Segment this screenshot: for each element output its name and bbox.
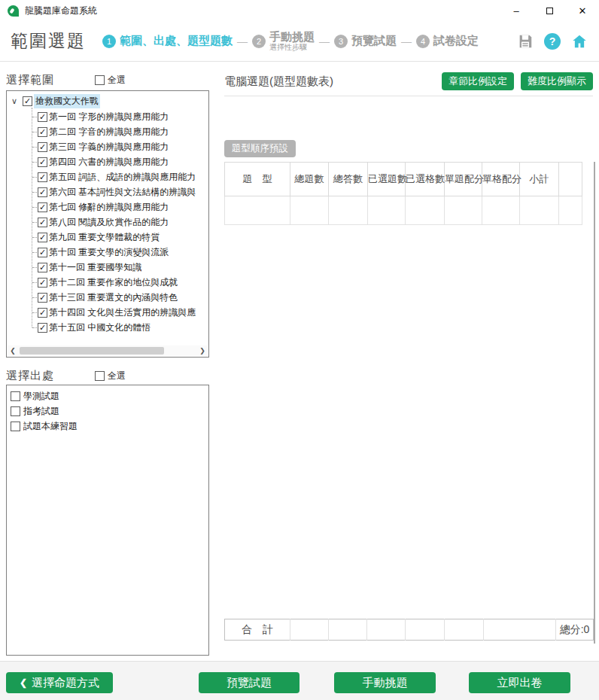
tree-item-checkbox[interactable]: ✓: [38, 233, 47, 242]
table-empty-cell: [559, 196, 582, 225]
source-select-all-label: 全選: [108, 370, 126, 382]
tree-item-label: 第七回 修辭的辨識與應用能力: [49, 201, 169, 214]
tree-root-item[interactable]: ∨ ✓ 搶救國文大作戰: [7, 93, 208, 109]
tree-item-checkbox[interactable]: ✓: [38, 157, 47, 167]
maximize-button[interactable]: [533, 0, 566, 21]
step-2-manual-pick[interactable]: 2 手動挑題 選擇性步驟: [252, 31, 315, 52]
table-header-cell: 單題配分: [445, 163, 482, 196]
tree-connector: [32, 297, 37, 298]
tree-item[interactable]: ✓第四回 六書的辨識與應用能力: [7, 154, 208, 169]
step-separator: —: [319, 35, 330, 47]
page-title: 範圍選題: [11, 29, 86, 53]
table-header-cell: 已選格數: [406, 163, 445, 196]
step-4-paper-settings[interactable]: 4 試卷設定: [416, 34, 479, 48]
horizontal-scrollbar[interactable]: ❮ ❯: [8, 345, 208, 356]
range-section-title: 選擇範圍: [6, 73, 95, 87]
tree-item[interactable]: ✓第七回 修辭的辨識與應用能力: [7, 199, 208, 215]
source-item[interactable]: 試題本練習題: [11, 418, 205, 434]
tree-item[interactable]: ✓第二回 字音的辨識與應用能力: [7, 124, 208, 139]
back-chevron-icon: ❮: [20, 677, 27, 688]
tree-root-label: 搶救國文大作戰: [34, 94, 100, 108]
preview-questions-button[interactable]: 預覽試題: [199, 672, 300, 693]
tree-connector: [32, 237, 37, 238]
tree-connector: [32, 192, 37, 193]
close-button[interactable]: ✕: [566, 0, 599, 21]
source-item-checkbox[interactable]: [11, 391, 20, 401]
step-1-label: 範圍、出處、題型題數: [120, 34, 233, 48]
tree-item-checkbox[interactable]: ✓: [38, 248, 47, 257]
tree-item[interactable]: ✓第六回 基本詞性與文法結構的辨識與: [7, 184, 208, 199]
table-empty-cell: [520, 196, 559, 225]
tree-item-checkbox[interactable]: ✓: [38, 278, 47, 288]
source-item[interactable]: 學測試題: [11, 388, 205, 403]
window-title: 龍騰題庫命題系統: [25, 5, 97, 17]
step-3-preview[interactable]: 3 預覽試題: [334, 34, 397, 48]
tree-item[interactable]: ✓第一回 字形的辨識與應用能力: [7, 109, 208, 124]
difficulty-ratio-button[interactable]: 難度比例顯示: [521, 72, 593, 90]
tree-item-checkbox[interactable]: ✓: [38, 172, 47, 182]
tree-item-checkbox[interactable]: ✓: [38, 263, 47, 272]
scroll-left-icon[interactable]: ❮: [8, 347, 18, 355]
table-empty-cell: [290, 196, 329, 225]
source-select-all-checkbox[interactable]: [95, 371, 105, 381]
table-header-cell: [559, 163, 582, 196]
tree-item-checkbox[interactable]: ✓: [38, 308, 47, 318]
tree-item-label: 第九回 重要文學體裁的特質: [49, 231, 160, 244]
tree-item-checkbox[interactable]: ✓: [38, 202, 47, 212]
scrollbar-thumb[interactable]: [20, 347, 164, 355]
vertical-scrollbar[interactable]: [594, 162, 595, 644]
source-section-header: 選擇出處 全選: [6, 368, 209, 383]
tree-item[interactable]: ✓第十三回 重要選文的內涵與特色: [7, 290, 208, 305]
tree-item-checkbox[interactable]: ✓: [38, 127, 47, 137]
tree-item[interactable]: ✓第十回 重要文學的演變與流派: [7, 245, 208, 260]
question-order-preset-button[interactable]: 題型順序預設: [224, 140, 296, 157]
source-item[interactable]: 指考試題: [11, 403, 205, 418]
tree-item[interactable]: ✓第八回 閱讀及欣賞作品的能力: [7, 215, 208, 230]
range-select-all-checkbox[interactable]: [95, 75, 105, 85]
tree-connector: [32, 117, 37, 117]
table-empty-cell: [225, 196, 290, 225]
tree-item[interactable]: ✓第十一回 重要國學知識: [7, 260, 208, 275]
tree-item-checkbox[interactable]: ✓: [38, 187, 47, 197]
tree-connector: [32, 147, 37, 148]
table-header-cell: 小計: [520, 163, 559, 196]
step-1-range[interactable]: 1 範圍、出處、題型題數: [102, 34, 233, 48]
tree-item-checkbox[interactable]: ✓: [38, 112, 47, 122]
totals-table: 合 計總分:0: [224, 619, 594, 641]
tree-connector: [32, 327, 37, 328]
chevron-down-icon[interactable]: ∨: [11, 96, 23, 106]
tree-item[interactable]: ✓第九回 重要文學體裁的特質: [7, 230, 208, 245]
tree-item-checkbox[interactable]: ✓: [38, 323, 47, 333]
step-2-label: 手動挑題: [269, 31, 315, 44]
tree-item-checkbox[interactable]: ✓: [38, 293, 47, 303]
tree-item[interactable]: ✓第三回 字義的辨識與應用能力: [7, 139, 208, 154]
tree-item-label: 第十回 重要文學的演變與流派: [49, 246, 169, 259]
header-divider: [224, 96, 593, 96]
table-empty-cell: [406, 196, 445, 225]
source-item-checkbox[interactable]: [11, 422, 20, 431]
tree-root-checkbox[interactable]: ✓: [23, 96, 32, 106]
back-button-label: 選擇命題方式: [32, 676, 99, 690]
tree-item-checkbox[interactable]: ✓: [38, 218, 47, 227]
source-item-label: 指考試題: [23, 405, 59, 418]
tree-item[interactable]: ✓第十二回 重要作家的地位與成就: [7, 275, 208, 290]
tree-item[interactable]: ✓第十四回 文化與生活實用的辨識與應: [7, 305, 208, 320]
tree-item-label: 第八回 閱讀及欣賞作品的能力: [49, 216, 169, 229]
totals-row: 合 計總分:0: [225, 619, 594, 641]
help-icon[interactable]: ?: [543, 32, 561, 50]
chapter-ratio-button[interactable]: 章節比例設定: [442, 72, 514, 90]
minimize-button[interactable]: –: [500, 0, 533, 21]
generate-paper-button[interactable]: 立即出卷: [469, 672, 570, 693]
manual-pick-button[interactable]: 手動挑題: [334, 672, 436, 693]
back-to-mode-button[interactable]: ❮ 選擇命題方式: [6, 672, 113, 693]
save-icon[interactable]: [516, 32, 534, 50]
home-icon[interactable]: [570, 32, 588, 50]
tree-item-checkbox[interactable]: ✓: [38, 142, 47, 152]
step-2-circle: 2: [252, 35, 266, 48]
tree-item[interactable]: ✓第十五回 中國文化的體悟: [7, 320, 208, 335]
scroll-right-icon[interactable]: ❯: [197, 347, 208, 355]
tree-connector: [32, 177, 37, 178]
tree-item[interactable]: ✓第五回 詞語、成語的辨識與應用能力: [7, 169, 208, 184]
range-select-all-label: 全選: [108, 74, 126, 87]
source-item-checkbox[interactable]: [11, 406, 20, 416]
